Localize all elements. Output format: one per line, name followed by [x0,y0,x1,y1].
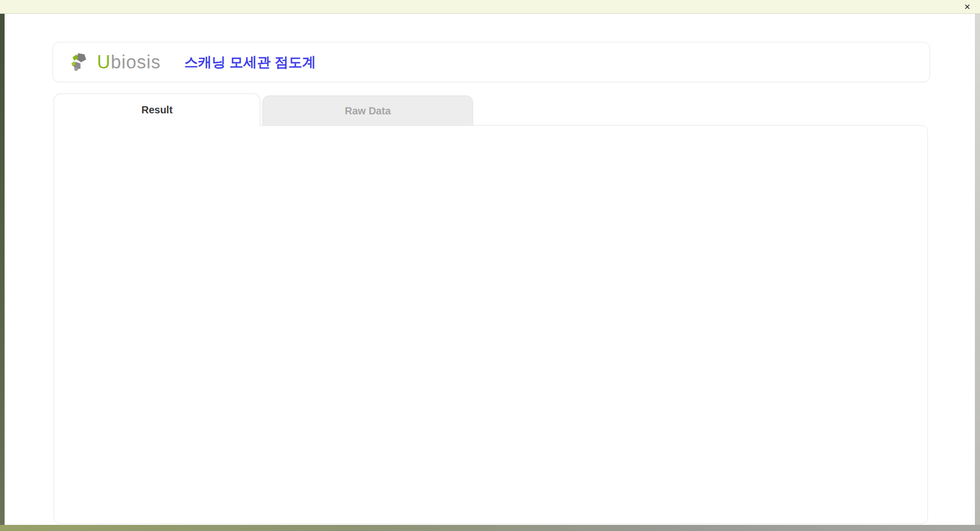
brand-rest: biosis [111,52,161,73]
brand-name: Ubiosis [97,52,161,73]
brand-logo: Ubiosis [70,52,161,73]
window-bottom-edge [0,525,980,531]
window-left-edge [0,13,5,531]
brand-initial: U [97,52,111,73]
window-titlebar: × [0,0,980,14]
ubiosis-logo-icon [70,52,94,73]
window-right-edge [975,13,980,531]
close-icon[interactable]: × [959,1,976,13]
result-panel [54,125,928,524]
app-title-korean: 스캐닝 모세관 점도계 [184,53,316,71]
tab-raw-data[interactable]: Raw Data [262,95,473,126]
header-card: Ubiosis 스캐닝 모세관 점도계 [53,42,930,82]
tab-result[interactable]: Result [54,93,260,127]
